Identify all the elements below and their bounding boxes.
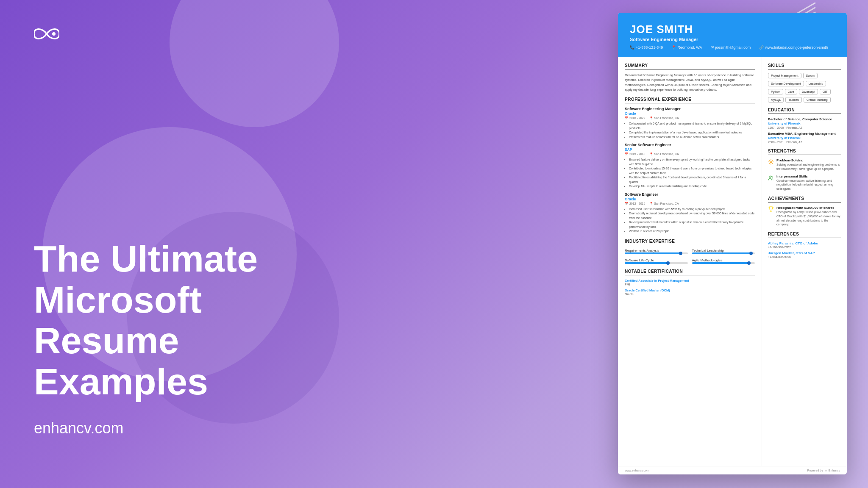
contact-location: 📍 Redmond, WA — [671, 45, 702, 50]
skill-tag: Project Management — [768, 73, 801, 78]
progress-bar-3 — [625, 262, 688, 264]
enhancv-logo-small: ∞ — [825, 469, 827, 472]
edu-loc-2: Phoenix, AZ — [786, 141, 802, 144]
expertise-item-1: Requirements Analysis — [625, 249, 688, 254]
summary-text: Resourceful Software Engineering Manager… — [625, 73, 755, 92]
skill-tag: Leadership — [806, 81, 826, 86]
edu-school-1: University of Phoenix — [768, 122, 841, 125]
skill-tag: Javascript — [799, 89, 818, 94]
svg-point-1 — [770, 161, 772, 163]
skill-tag: Python — [768, 89, 783, 94]
skill-tag: Software Development — [768, 81, 804, 86]
resume-left-column: SUMMARY Resourceful Software Engineering… — [618, 57, 762, 466]
resume-footer: www.enhancv.com Powered by ∞ Enhancv — [618, 466, 847, 474]
progress-fill-2 — [692, 252, 752, 254]
edu-school-2: University of Phoenix — [768, 136, 841, 140]
strength-content-2: Interpersonal Skills Good communication,… — [776, 175, 841, 191]
trophy-icon — [768, 206, 774, 212]
cert-org-1: PMI — [625, 283, 755, 286]
edu-loc-1: Phoenix, AZ — [786, 126, 802, 129]
experience-section-title: PROFESSIONAL EXPERIENCE — [625, 97, 755, 103]
achievements-section-title: ACHIEVEMENTS — [768, 196, 841, 202]
skill-row-2: Software Development Leadership — [768, 81, 841, 86]
expertise-item-3: Software Life Cycle — [625, 258, 688, 264]
edu-meta-1: 1997 - 2000 · Phoenix, AZ — [768, 126, 841, 129]
resume-header: JOE SMITH Software Engineering Manager 📞… — [618, 13, 847, 57]
job-bullets-1: Collaborated with 5 QA and product manag… — [625, 122, 755, 139]
resume-body: SUMMARY Resourceful Software Engineering… — [618, 57, 847, 466]
svg-point-2 — [769, 176, 771, 177]
job-bullets-2: Ensured feature delivery on time every s… — [625, 158, 755, 189]
edu-period-2: 2000 - 2001 — [768, 141, 784, 144]
cert-section-title: NOTABLE CERTIFICATION — [625, 269, 755, 275]
resume-contact: 📞 +1-838-121-349 📍 Redmond, WA ✉ joesmit… — [630, 45, 835, 50]
job-meta-3: 📅 2012 - 2015 📍 San Francisco, CA — [625, 202, 755, 205]
contact-phone: 📞 +1-838-121-349 — [630, 45, 663, 50]
skill-row-3: Python Java Javascript GIT — [768, 89, 841, 94]
strength-item-2: Interpersonal Skills Good communication,… — [768, 175, 841, 191]
achievement-content-1: Recognized with $100,000 of shares Recog… — [776, 206, 841, 227]
job-meta-1: 📅 2018 - 2022 📍 San Francisco, CA — [625, 116, 755, 120]
location-icon-2: 📍 San Francisco, CA — [649, 152, 679, 156]
strength-item-1: Problem-Solving Solving operational and … — [768, 158, 841, 171]
edu-meta-2: 2000 - 2001 · Phoenix, AZ — [768, 141, 841, 144]
summary-section-title: SUMMARY — [625, 63, 755, 69]
edu-period-1: 1997 - 2000 — [768, 126, 784, 129]
company-2: SAP — [625, 147, 755, 152]
strength-content-1: Problem-Solving Solving operational and … — [776, 158, 841, 171]
footer-url: www.enhancv.com — [625, 469, 649, 472]
skill-tag: Critical Thinking — [804, 97, 831, 103]
company-3: Oracle — [625, 197, 755, 201]
resume-job-title: Software Engineering Manager — [630, 37, 835, 42]
logo-icon — [34, 25, 59, 42]
expertise-item-4: Agile Methodologies — [692, 258, 755, 264]
resume-card: JOE SMITH Software Engineering Manager 📞… — [618, 13, 847, 474]
progress-fill-4 — [692, 262, 750, 264]
references-section-title: REFERENCES — [768, 232, 841, 238]
ref-phone-1: +1-162-991-2857 — [768, 246, 841, 249]
logo — [34, 25, 322, 42]
cert-org-2: Oracle — [625, 293, 755, 296]
people-icon — [768, 175, 774, 181]
skill-tag: Scrum — [803, 73, 818, 78]
company-1: Oracle — [625, 111, 755, 116]
ref-name-1: Abhay Parasnis, CTO of Adobe — [768, 241, 841, 245]
contact-email: ✉ joesmith@gmail.com — [711, 45, 751, 50]
progress-dot-4 — [747, 261, 751, 265]
expertise-grid: Requirements Analysis Technical Leadersh… — [625, 249, 755, 264]
website-url: enhancv.com — [34, 419, 322, 437]
job-meta-2: 📅 2015 - 2018 📍 San Francisco, CA — [625, 152, 755, 156]
progress-dot-1 — [679, 252, 682, 255]
job-title-3: Software Engineer — [625, 192, 755, 197]
edu-degree-1: Bachelor of Science, Computer Science — [768, 117, 841, 121]
education-section-title: EDUCATION — [768, 108, 841, 114]
headline: The Ultimate Microsoft Resume Examples — [34, 238, 322, 402]
expertise-section-title: INDUSTRY EXPERTISE — [625, 239, 755, 245]
email-icon: ✉ — [711, 45, 714, 50]
calendar-icon-2: 📅 2015 - 2018 — [625, 152, 645, 156]
resume-right-column: SKILLS Project Management Scrum Software… — [762, 57, 847, 466]
job-title-1: Software Engineering Manager — [625, 107, 755, 111]
left-panel: The Ultimate Microsoft Resume Examples e… — [0, 0, 356, 488]
job-bullets-3: Increased user satisfaction with 55% by … — [625, 207, 755, 234]
progress-bar-2 — [692, 252, 755, 254]
svg-point-3 — [772, 176, 773, 177]
location-icon: 📍 — [671, 45, 676, 50]
skill-row-1: Project Management Scrum — [768, 73, 841, 78]
progress-fill-1 — [625, 252, 682, 254]
cert-name-1: Certified Associate in Project Managemen… — [625, 279, 755, 283]
ref-phone-2: +1-544-837-9196 — [768, 255, 841, 258]
calendar-icon-3: 📅 2012 - 2015 — [625, 202, 645, 205]
contact-linkedin: 🔗 www.linkedin.com/joe-peterson-smith — [759, 45, 828, 50]
cert-name-2: Oracle Certified Master (OCM) — [625, 288, 755, 292]
resume-name: JOE SMITH — [630, 23, 835, 36]
svg-point-0 — [52, 32, 56, 36]
edu-degree-2: Executive MBA, Engineering Management — [768, 132, 841, 136]
progress-fill-3 — [625, 262, 669, 264]
skill-tag: GIT — [820, 89, 831, 94]
skill-tag: Java — [785, 89, 797, 94]
progress-bar-1 — [625, 252, 688, 254]
job-title-2: Senior Software Engineer — [625, 143, 755, 147]
skill-row-4: MySQL Tableau Critical Thinking — [768, 97, 841, 103]
linkedin-icon: 🔗 — [759, 45, 764, 50]
